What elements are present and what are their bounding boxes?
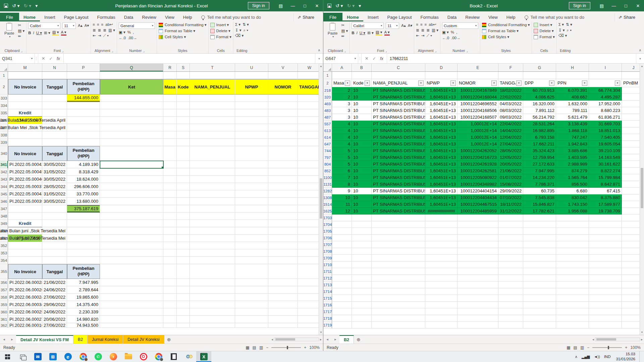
cell-I1100[interactable]: 15.799.984: [589, 174, 622, 181]
cell-D613[interactable]: 1,60451E+13: [425, 127, 458, 134]
row-header-345[interactable]: 345: [0, 190, 8, 198]
cell-F1713[interactable]: [498, 282, 523, 288]
row-header-1514[interactable]: 1514: [323, 201, 332, 208]
cell-A1712[interactable]: [332, 275, 352, 282]
cell-W357[interactable]: [298, 286, 319, 294]
cell-A1706[interactable]: [332, 235, 352, 241]
cell-A852[interactable]: 6: [332, 168, 352, 174]
find-select-button[interactable]: ⌕ ▾: [567, 28, 572, 33]
cell-N346[interactable]: 30/05/2022: [42, 198, 67, 205]
cell-T359[interactable]: [190, 301, 235, 308]
sign-in-button[interactable]: Sign in: [569, 2, 590, 9]
cell-T1[interactable]: [190, 72, 235, 79]
format-as-table-button[interactable]: Format as Table ▾: [482, 28, 530, 33]
cell-V336[interactable]: [268, 117, 298, 124]
cell-C804[interactable]: PT SINARMAS DISTRIBUS: [372, 161, 425, 168]
cell-T362[interactable]: [190, 323, 235, 328]
cell-V350[interactable]: [268, 227, 298, 235]
cell-W356[interactable]: [298, 279, 319, 286]
cell-T348[interactable]: [190, 213, 235, 220]
row-header-348[interactable]: 348: [0, 213, 8, 220]
column-header-R[interactable]: R: [163, 64, 177, 71]
tell-me-box[interactable]: Tell me what you want to do: [525, 15, 584, 21]
scroll-thumb[interactable]: [320, 178, 322, 219]
row-header-362[interactable]: 362: [0, 323, 8, 328]
cell-D1282[interactable]: 1,60451E+13: [425, 188, 458, 194]
column-header-H[interactable]: H: [556, 64, 589, 71]
edge-taskbar-button[interactable]: e: [60, 351, 75, 362]
cell-I1706[interactable]: [589, 235, 622, 241]
sheet-nav-left-icon[interactable]: ◂: [323, 335, 331, 344]
cell-T347[interactable]: [190, 205, 235, 213]
cell-D1514[interactable]: 1,60451E+13: [425, 201, 458, 208]
cell-W336[interactable]: [298, 117, 319, 124]
zoom-slider[interactable]: [592, 347, 622, 348]
cell-U333[interactable]: [235, 95, 268, 102]
clipboard-dialog-launcher[interactable]: ⌟: [344, 49, 346, 53]
tab-insert[interactable]: Insert: [40, 13, 60, 21]
cell-B320[interactable]: 10: [352, 94, 372, 101]
cell-D804[interactable]: 1,60451E+13: [425, 161, 458, 168]
shrink-font-button[interactable]: A▾: [408, 23, 412, 28]
cell-B1711[interactable]: [352, 268, 372, 275]
zoom-slider-thumb[interactable]: [287, 346, 288, 349]
row-header-1704[interactable]: 1704: [323, 221, 332, 228]
cell-Q334[interactable]: [100, 102, 163, 109]
delete-cells-button[interactable]: Delete ▾: [210, 28, 231, 33]
cell-D218[interactable]: 1,60451E+13: [425, 87, 458, 94]
font-dialog-launcher[interactable]: ⌟: [385, 49, 387, 53]
hscroll-track[interactable]: [595, 338, 640, 341]
column-header-U[interactable]: U: [235, 64, 268, 71]
cell-M334[interactable]: [8, 102, 42, 109]
filter-button[interactable]: ▼: [549, 80, 554, 86]
cell-F320[interactable]: 22/02/2022: [498, 94, 523, 101]
tab-help[interactable]: Help: [502, 13, 520, 21]
collapse-ribbon-button[interactable]: ∧: [318, 48, 320, 52]
cell-H1710[interactable]: [556, 261, 589, 268]
cell-D320[interactable]: 1,60451E+13: [425, 94, 458, 101]
cell-B744[interactable]: 10: [352, 147, 372, 154]
cell-J804[interactable]: [622, 161, 640, 168]
cell-E1715[interactable]: [458, 295, 498, 302]
cell-C1712[interactable]: [372, 275, 425, 282]
cell-N337[interactable]: Penjualan Bulan Mei ,Stok Tersedia April: [42, 124, 67, 131]
cell-H1712[interactable]: [556, 275, 589, 282]
fill-color-button[interactable]: ▨ ▾: [376, 30, 382, 36]
increase-indent-icon[interactable]: ⇥: [421, 34, 425, 38]
row-header-352[interactable]: 352: [0, 242, 8, 249]
cell-A1308[interactable]: 10: [332, 194, 352, 201]
scroll-down-icon[interactable]: ▼: [319, 330, 323, 335]
row-header-338[interactable]: 338: [0, 131, 8, 139]
formula-bar-expand-icon[interactable]: ▾: [315, 54, 323, 63]
cell-M361[interactable]: PI.2022.06.00027: [8, 316, 42, 323]
cell-D1707[interactable]: [425, 241, 458, 248]
cell-N335[interactable]: [42, 109, 67, 117]
cell-R355[interactable]: [163, 264, 177, 279]
insert-cells-button[interactable]: Insert ▾: [210, 22, 231, 27]
row-header-1719[interactable]: 1719: [323, 322, 332, 328]
cell-G1514[interactable]: 15.846.827: [523, 201, 556, 208]
italic-button[interactable]: I: [357, 31, 358, 35]
cell-N338[interactable]: [42, 131, 67, 139]
grow-font-button[interactable]: A▴: [401, 23, 406, 28]
cell-U339[interactable]: [235, 139, 268, 146]
zoom-slider[interactable]: [271, 347, 301, 348]
cell-E1703[interactable]: [458, 215, 498, 221]
cell-S353[interactable]: [177, 249, 190, 257]
cell-J320[interactable]: [622, 94, 640, 101]
filter-button[interactable]: ▼: [582, 80, 587, 86]
cell-I1716[interactable]: [589, 302, 622, 308]
grow-font-button[interactable]: A▴: [78, 23, 82, 28]
cell-F614[interactable]: 12/04/2022: [498, 134, 523, 141]
cell-M340[interactable]: No Invoice: [8, 146, 42, 161]
cell-T352[interactable]: [190, 242, 235, 249]
cell-A469[interactable]: 3: [332, 101, 352, 107]
fill-button[interactable]: ↧ ▾: [235, 28, 241, 33]
cell-A1717[interactable]: [332, 308, 352, 315]
column-header-F[interactable]: F: [498, 64, 523, 71]
cell-V338[interactable]: [268, 131, 298, 139]
cell-J2[interactable]: PPnBM: [622, 79, 640, 87]
cell-T337[interactable]: [190, 124, 235, 131]
cell-G557[interactable]: 28.531.264: [523, 121, 556, 127]
sort-filter-button[interactable]: ⇅ ▾: [566, 22, 572, 27]
